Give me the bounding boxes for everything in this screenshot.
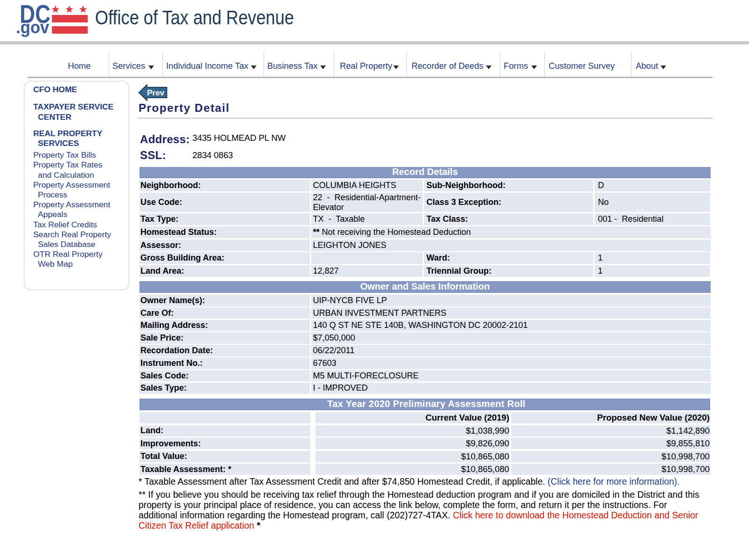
svg-text:.gov: .gov bbox=[16, 18, 50, 37]
svg-text:Prev: Prev bbox=[147, 88, 164, 97]
